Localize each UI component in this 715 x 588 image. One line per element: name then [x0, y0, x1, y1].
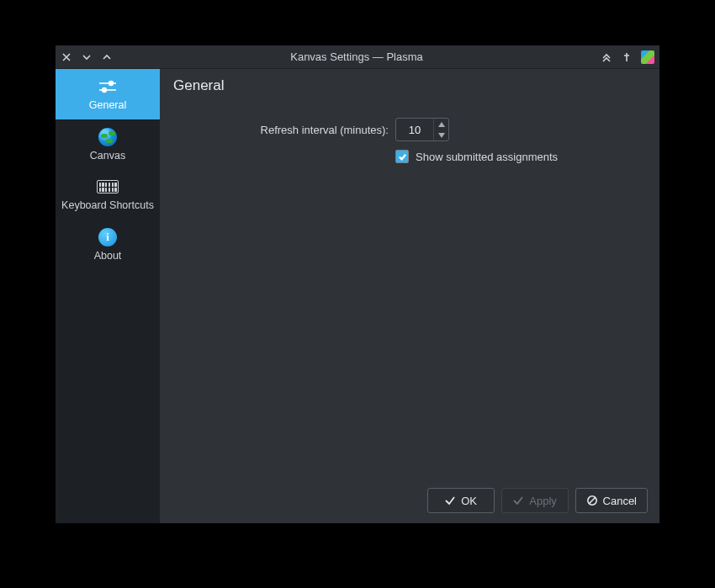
apply-button: Apply: [501, 488, 569, 513]
spin-down-icon[interactable]: [434, 130, 448, 140]
sidebar-item-label: About: [94, 250, 122, 263]
app-icon: [641, 50, 654, 64]
sidebar-item-about[interactable]: i About: [56, 220, 160, 270]
check-icon: [512, 495, 524, 506]
button-row: OK Apply Cancel: [172, 479, 648, 513]
cancel-icon: [586, 495, 598, 506]
refresh-interval-input[interactable]: [396, 119, 433, 140]
content-pane: General Refresh interval (minutes):: [160, 69, 659, 523]
window-title: Kanvas Settings — Plasma: [113, 50, 601, 63]
show-submitted-label: Show submitted assignments: [416, 151, 558, 163]
maximize-icon[interactable]: [101, 51, 113, 63]
sidebar-item-general[interactable]: General: [56, 69, 160, 119]
sidebar-item-label: Canvas: [90, 150, 125, 163]
settings-window: Kanvas Settings — Plasma General Canvas …: [56, 45, 659, 523]
show-submitted-row: Show submitted assignments: [172, 150, 648, 163]
check-icon: [444, 495, 456, 506]
close-icon[interactable]: [61, 51, 72, 63]
pin-icon[interactable]: [621, 51, 633, 63]
refresh-interval-spinbox[interactable]: [395, 118, 449, 141]
ok-button[interactable]: OK: [427, 488, 495, 513]
sidebar: General Canvas Keyboard Shortcuts i Abou…: [56, 69, 160, 523]
page-title: General: [172, 77, 648, 94]
svg-point-1: [109, 82, 114, 86]
titlebar: Kanvas Settings — Plasma: [56, 45, 659, 69]
minimize-icon[interactable]: [81, 51, 93, 63]
keyboard-icon: [96, 177, 119, 196]
spin-up-icon[interactable]: [434, 119, 448, 130]
svg-line-5: [589, 497, 595, 503]
refresh-interval-label: Refresh interval (minutes):: [172, 124, 395, 136]
sliders-icon: [96, 77, 119, 96]
cancel-button[interactable]: Cancel: [575, 488, 648, 513]
globe-icon: [96, 128, 119, 146]
sidebar-item-label: Keyboard Shortcuts: [61, 199, 154, 213]
show-submitted-checkbox[interactable]: [395, 150, 409, 163]
sidebar-item-keyboard-shortcuts[interactable]: Keyboard Shortcuts: [56, 169, 160, 220]
sidebar-item-canvas[interactable]: Canvas: [56, 119, 160, 170]
refresh-interval-row: Refresh interval (minutes):: [172, 118, 648, 141]
sidebar-item-label: General: [89, 99, 126, 113]
svg-point-3: [103, 88, 107, 93]
keep-above-icon[interactable]: [601, 51, 612, 63]
info-icon: i: [96, 228, 119, 246]
